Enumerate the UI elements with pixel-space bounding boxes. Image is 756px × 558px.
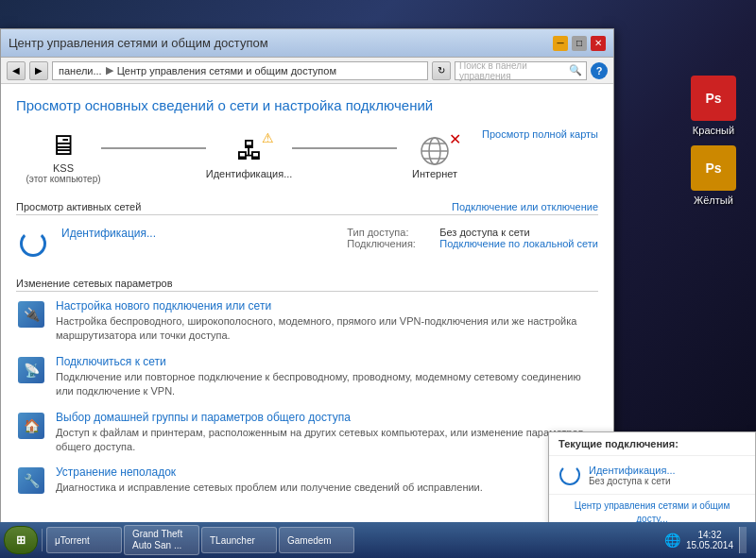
start-button[interactable]: ⊞ — [4, 526, 38, 554]
network-tray-icon[interactable]: 🌐 — [664, 533, 680, 548]
homegroup-link[interactable]: Выбор домашней группы и параметров общег… — [56, 411, 598, 424]
homegroup-desc: Доступ к файлам и принтерам, расположенн… — [56, 427, 584, 452]
access-type-row: Тип доступа: Без доступа к сети — [347, 227, 598, 238]
network-diagram: 🖥 KSS (этот компьютер) — [16, 128, 482, 184]
yellow-icon-label: Жёлтый — [694, 194, 733, 206]
connect-link[interactable]: Подключиться к сети — [56, 355, 598, 368]
yellow-icon: Ps — [691, 145, 736, 191]
maximize-button[interactable]: □ — [572, 36, 587, 51]
window-content: Просмотр основных сведений о сети и наст… — [1, 84, 613, 533]
gamedem-label: Gamedem — [287, 535, 332, 546]
homegroup-icon: 🏠 — [16, 411, 46, 441]
connect-disconnect-link[interactable]: Подключение или отключение — [452, 201, 598, 212]
taskbar-gamedem[interactable]: Gamedem — [279, 527, 354, 553]
node-identifying-label: Идентификация... — [206, 168, 293, 179]
gta-line1: Grand Theft — [132, 529, 182, 540]
connections-row: Подключения: Подключение по локальной се… — [347, 238, 598, 249]
network-node-computer: 🖥 KSS (этот компьютер) — [26, 128, 101, 184]
access-type-value: Без доступа к сети — [439, 227, 529, 238]
clock-date: 15.05.2014 — [686, 540, 733, 550]
breadcrumb[interactable]: панели... ▶ Центр управления сетями и об… — [52, 61, 428, 80]
settings-item-troubleshoot: 🔧 Устранение неполадок Диагностика и исп… — [16, 465, 598, 496]
minimize-button[interactable]: ─ — [553, 36, 568, 51]
utorrent-label: μTorrent — [55, 535, 90, 546]
red-icon: Ps — [691, 76, 736, 121]
taskbar-clock[interactable]: 14:32 15.05.2014 — [686, 530, 733, 550]
node-kss-sublabel: (этот компьютер) — [26, 174, 100, 184]
popup-network-name: Идентификация... — [589, 465, 676, 476]
title-bar: Центр управления сетями и общим доступом… — [1, 29, 613, 58]
popup-header: Текущие подключения: — [549, 432, 755, 456]
windows-logo-icon: ⊞ — [16, 533, 26, 547]
desktop-icon-yellow[interactable]: Ps Жёлтый — [680, 145, 747, 206]
search-box[interactable]: Поиск в панели управления 🔍 — [455, 61, 587, 80]
connections-link[interactable]: Подключение по локальной сети — [439, 238, 598, 249]
settings-section-header: Изменение сетевых параметров — [16, 278, 598, 292]
network-node-identifying: 🖧 ⚠ Идентификация... — [206, 134, 293, 179]
desktop-icons: Ps Красный Ps Жёлтый — [680, 76, 747, 206]
active-networks-title: Просмотр активных сетей — [16, 201, 141, 212]
network-node-internet: ✕ Интернет — [397, 134, 472, 179]
settings-section-title: Изменение сетевых параметров — [16, 278, 173, 289]
popup-network-item: Идентификация... Без доступа к сети — [549, 456, 755, 494]
new-connection-text: Настройка нового подключения или сети На… — [56, 299, 598, 344]
popup-network-icon — [558, 464, 581, 486]
new-connection-link[interactable]: Настройка нового подключения или сети — [56, 299, 598, 313]
main-window: Центр управления сетями и общим доступом… — [0, 28, 614, 533]
active-networks-section: Просмотр активных сетей Подключение или … — [16, 201, 598, 215]
settings-item-connect: 📡 Подключиться к сети Подключение или по… — [16, 355, 598, 399]
troubleshoot-link[interactable]: Устранение неполадок — [56, 465, 483, 479]
globe-svg — [418, 136, 452, 166]
settings-item-homegroup: 🏠 Выбор домашней группы и параметров общ… — [16, 411, 598, 455]
forward-button[interactable]: ▶ — [29, 61, 48, 80]
network-popup: Текущие подключения: Идентификация... Бе… — [548, 431, 756, 530]
back-button[interactable]: ◀ — [7, 61, 26, 80]
breadcrumb-sep: ▶ — [106, 64, 113, 76]
troubleshoot-desc: Диагностика и исправление сетевых пробле… — [56, 482, 483, 493]
troubleshoot-text: Устранение неполадок Диагностика и испра… — [56, 465, 483, 495]
computer-icon: 🖥 — [43, 128, 84, 162]
show-desktop-button[interactable] — [739, 527, 747, 553]
clock-time: 14:32 — [686, 530, 733, 540]
page-title: Просмотр основных сведений о сети и наст… — [16, 97, 598, 113]
error-badge-icon: ✕ — [449, 130, 461, 148]
search-icon: 🔍 — [569, 64, 582, 76]
connect-desc: Подключение или повторное подключение к … — [56, 371, 581, 397]
network-status-row: Идентификация... Тип доступа: Без доступ… — [16, 221, 598, 266]
identifying-icon: 🖧 ⚠ — [229, 134, 270, 168]
refresh-button[interactable]: ↻ — [432, 61, 451, 80]
taskbar-utorrent[interactable]: μTorrent — [46, 527, 122, 553]
red-icon-label: Красный — [693, 125, 734, 136]
node-kss-label: KSS — [53, 162, 74, 174]
settings-item-new-connection: 🔌 Настройка нового подключения или сети … — [16, 299, 598, 344]
search-placeholder: Поиск в панели управления — [459, 60, 565, 81]
new-connection-icon: 🔌 — [16, 299, 46, 330]
tlauncher-label: TLauncher — [210, 535, 255, 546]
popup-network-text: Идентификация... Без доступа к сети — [589, 465, 676, 486]
troubleshoot-icon: 🔧 — [16, 465, 46, 496]
connect-text: Подключиться к сети Подключение или повт… — [56, 355, 598, 399]
taskbar-separator-1 — [42, 529, 43, 551]
content-area: Просмотр основных сведений о сети и наст… — [1, 84, 613, 533]
network-name: Идентификация... — [61, 227, 156, 240]
taskbar-tlauncher[interactable]: TLauncher — [201, 527, 277, 553]
popup-footer-link[interactable]: Центр управления сетями и общим досту... — [575, 500, 730, 524]
popup-network-status: Без доступа к сети — [589, 476, 676, 486]
network-info: Тип доступа: Без доступа к сети Подключе… — [347, 227, 598, 249]
address-bar: ◀ ▶ панели... ▶ Центр управления сетями … — [1, 58, 613, 84]
breadcrumb-start: панели... — [59, 65, 102, 76]
access-type-label: Тип доступа: — [347, 227, 432, 238]
view-full-map-link[interactable]: Просмотр полной карты — [482, 128, 598, 140]
help-button[interactable]: ? — [591, 62, 608, 79]
desktop-icon-red[interactable]: Ps Красный — [680, 76, 747, 136]
connections-label: Подключения: — [347, 238, 432, 249]
homegroup-text: Выбор домашней группы и параметров общег… — [56, 411, 598, 455]
warning-badge-icon: ⚠ — [262, 130, 274, 145]
connect-icon: 📡 — [16, 355, 46, 385]
close-button[interactable]: ✕ — [591, 36, 606, 51]
node-internet-label: Интернет — [412, 168, 457, 179]
taskbar: ⊞ μTorrent Grand Theft Auto San ... TLau… — [0, 522, 756, 558]
window-title: Центр управления сетями и общим доступом — [9, 36, 553, 50]
taskbar-gta[interactable]: Grand Theft Auto San ... — [124, 525, 199, 555]
taskbar-right: 🌐 14:32 15.05.2014 — [664, 527, 752, 553]
